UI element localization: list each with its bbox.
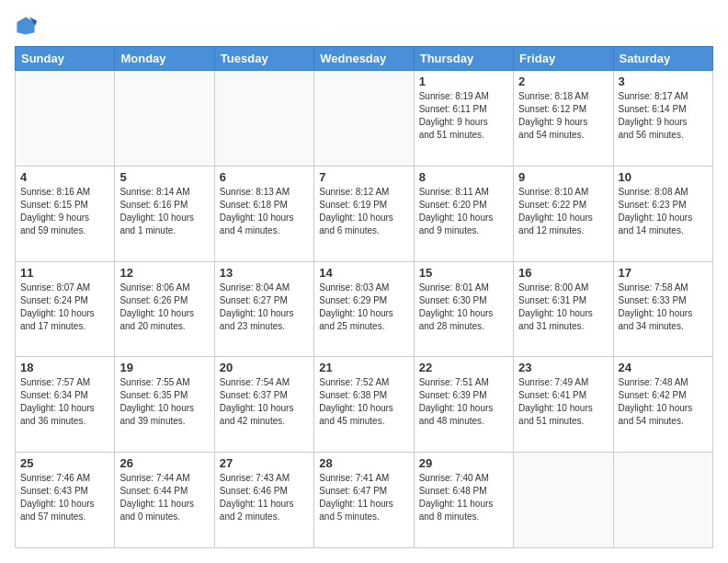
day-cell [115,71,214,167]
day-info: Sunrise: 7:54 AM Sunset: 6:37 PM Dayligh… [220,376,309,428]
weekday-wednesday: Wednesday [314,47,414,71]
day-cell [613,453,712,548]
day-cell: 27Sunrise: 7:43 AM Sunset: 6:46 PM Dayli… [214,453,313,548]
weekday-monday: Monday [115,47,214,71]
day-info: Sunrise: 7:58 AM Sunset: 6:33 PM Dayligh… [619,282,708,333]
day-number: 9 [518,170,608,184]
day-number: 6 [220,170,309,184]
day-number: 14 [319,266,408,280]
day-info: Sunrise: 8:19 AM Sunset: 6:11 PM Dayligh… [419,90,508,142]
day-cell: 25Sunrise: 7:46 AM Sunset: 6:43 PM Dayli… [16,453,115,548]
calendar-page: SundayMondayTuesdayWednesdayThursdayFrid… [0,0,728,563]
day-number: 7 [319,170,408,184]
day-cell: 11Sunrise: 8:07 AM Sunset: 6:24 PM Dayli… [16,261,115,357]
header [15,15,713,37]
day-number: 19 [119,361,209,374]
day-cell: 17Sunrise: 7:58 AM Sunset: 6:33 PM Dayli… [613,261,712,357]
day-cell: 10Sunrise: 8:08 AM Sunset: 6:23 PM Dayli… [613,166,712,261]
day-cell [314,71,414,167]
day-info: Sunrise: 8:13 AM Sunset: 6:18 PM Dayligh… [220,186,309,237]
day-info: Sunrise: 7:44 AM Sunset: 6:44 PM Dayligh… [119,472,209,523]
day-info: Sunrise: 8:12 AM Sunset: 6:19 PM Dayligh… [319,186,408,237]
day-number: 23 [518,361,608,374]
day-cell: 14Sunrise: 8:03 AM Sunset: 6:29 PM Dayli… [314,261,414,357]
day-cell [214,71,313,167]
day-cell: 23Sunrise: 7:49 AM Sunset: 6:41 PM Dayli… [514,357,613,453]
day-number: 5 [119,170,209,184]
calendar-table: SundayMondayTuesdayWednesdayThursdayFrid… [15,46,713,548]
week-row-2: 4Sunrise: 8:16 AM Sunset: 6:15 PM Daylig… [16,166,713,261]
day-info: Sunrise: 7:46 AM Sunset: 6:43 PM Dayligh… [20,472,109,523]
day-info: Sunrise: 7:40 AM Sunset: 6:48 PM Dayligh… [419,472,508,523]
week-row-5: 25Sunrise: 7:46 AM Sunset: 6:43 PM Dayli… [16,453,713,548]
day-number: 18 [20,361,109,374]
day-cell: 16Sunrise: 8:00 AM Sunset: 6:31 PM Dayli… [514,261,613,357]
day-info: Sunrise: 8:10 AM Sunset: 6:22 PM Dayligh… [518,186,608,237]
day-cell: 3Sunrise: 8:17 AM Sunset: 6:14 PM Daylig… [613,71,712,167]
day-number: 21 [319,361,408,374]
day-number: 28 [319,456,408,470]
day-info: Sunrise: 7:48 AM Sunset: 6:42 PM Dayligh… [619,376,708,428]
day-cell: 29Sunrise: 7:40 AM Sunset: 6:48 PM Dayli… [414,453,513,548]
day-info: Sunrise: 8:01 AM Sunset: 6:30 PM Dayligh… [419,282,508,333]
day-info: Sunrise: 8:16 AM Sunset: 6:15 PM Dayligh… [20,186,109,237]
week-row-4: 18Sunrise: 7:57 AM Sunset: 6:34 PM Dayli… [16,357,713,453]
day-info: Sunrise: 7:49 AM Sunset: 6:41 PM Dayligh… [518,376,608,428]
day-number: 10 [619,170,708,184]
week-row-1: 1Sunrise: 8:19 AM Sunset: 6:11 PM Daylig… [16,71,713,167]
day-info: Sunrise: 7:41 AM Sunset: 6:47 PM Dayligh… [319,472,408,523]
day-cell: 9Sunrise: 8:10 AM Sunset: 6:22 PM Daylig… [514,166,613,261]
day-info: Sunrise: 8:07 AM Sunset: 6:24 PM Dayligh… [20,282,109,333]
day-cell: 26Sunrise: 7:44 AM Sunset: 6:44 PM Dayli… [115,453,214,548]
day-info: Sunrise: 8:03 AM Sunset: 6:29 PM Dayligh… [319,282,408,333]
day-info: Sunrise: 7:43 AM Sunset: 6:46 PM Dayligh… [220,472,309,523]
day-number: 24 [619,361,708,374]
day-info: Sunrise: 8:06 AM Sunset: 6:26 PM Dayligh… [119,282,209,333]
day-cell: 28Sunrise: 7:41 AM Sunset: 6:47 PM Dayli… [314,453,414,548]
day-info: Sunrise: 8:08 AM Sunset: 6:23 PM Dayligh… [619,186,708,237]
day-number: 12 [119,266,209,280]
day-info: Sunrise: 8:11 AM Sunset: 6:20 PM Dayligh… [419,186,508,237]
logo [15,15,40,37]
day-info: Sunrise: 7:51 AM Sunset: 6:39 PM Dayligh… [419,376,508,428]
day-cell: 12Sunrise: 8:06 AM Sunset: 6:26 PM Dayli… [115,261,214,357]
day-cell: 15Sunrise: 8:01 AM Sunset: 6:30 PM Dayli… [414,261,513,357]
day-number: 26 [119,456,209,470]
weekday-header-row: SundayMondayTuesdayWednesdayThursdayFrid… [16,47,713,71]
weekday-sunday: Sunday [16,47,115,71]
day-cell: 4Sunrise: 8:16 AM Sunset: 6:15 PM Daylig… [16,166,115,261]
day-info: Sunrise: 7:57 AM Sunset: 6:34 PM Dayligh… [20,376,109,428]
day-number: 13 [220,266,309,280]
weekday-thursday: Thursday [414,47,513,71]
day-cell: 1Sunrise: 8:19 AM Sunset: 6:11 PM Daylig… [414,71,513,167]
day-info: Sunrise: 7:55 AM Sunset: 6:35 PM Dayligh… [119,376,209,428]
day-number: 2 [518,75,608,88]
weekday-friday: Friday [514,47,613,71]
day-cell: 6Sunrise: 8:13 AM Sunset: 6:18 PM Daylig… [214,166,313,261]
day-cell: 24Sunrise: 7:48 AM Sunset: 6:42 PM Dayli… [613,357,712,453]
day-cell: 7Sunrise: 8:12 AM Sunset: 6:19 PM Daylig… [314,166,414,261]
day-number: 29 [419,456,508,470]
day-number: 3 [619,75,708,88]
day-number: 25 [20,456,109,470]
logo-icon [15,15,37,37]
day-info: Sunrise: 7:52 AM Sunset: 6:38 PM Dayligh… [319,376,408,428]
day-cell: 21Sunrise: 7:52 AM Sunset: 6:38 PM Dayli… [314,357,414,453]
day-number: 27 [220,456,309,470]
day-number: 1 [419,75,508,88]
day-info: Sunrise: 8:14 AM Sunset: 6:16 PM Dayligh… [119,186,209,237]
week-row-3: 11Sunrise: 8:07 AM Sunset: 6:24 PM Dayli… [16,261,713,357]
day-cell: 22Sunrise: 7:51 AM Sunset: 6:39 PM Dayli… [414,357,513,453]
day-number: 15 [419,266,508,280]
day-cell [514,453,613,548]
day-cell: 5Sunrise: 8:14 AM Sunset: 6:16 PM Daylig… [115,166,214,261]
day-cell [16,71,115,167]
day-info: Sunrise: 8:17 AM Sunset: 6:14 PM Dayligh… [619,90,708,142]
day-info: Sunrise: 8:04 AM Sunset: 6:27 PM Dayligh… [220,282,309,333]
day-number: 20 [220,361,309,374]
day-cell: 2Sunrise: 8:18 AM Sunset: 6:12 PM Daylig… [514,71,613,167]
day-number: 22 [419,361,508,374]
day-number: 8 [419,170,508,184]
day-number: 4 [20,170,109,184]
day-number: 11 [20,266,109,280]
